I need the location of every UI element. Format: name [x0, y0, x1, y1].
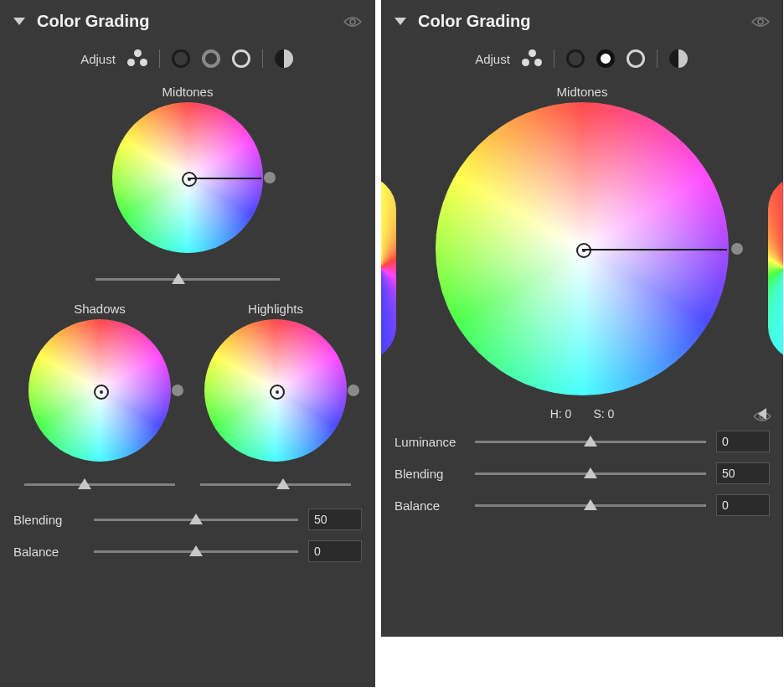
- balance-row: Balance 0: [0, 535, 375, 567]
- balance-value[interactable]: 0: [308, 540, 362, 562]
- svg-point-0: [350, 19, 355, 24]
- blending-slider[interactable]: [475, 466, 706, 481]
- wheel-center-handle-icon[interactable]: [94, 385, 109, 400]
- mode-shadows-icon[interactable]: [170, 48, 192, 70]
- hue-label: H: 0: [550, 407, 572, 421]
- mode-three-way-icon[interactable]: [127, 48, 149, 70]
- blending-label: Blending: [13, 513, 84, 527]
- luminance-value[interactable]: 0: [716, 431, 770, 452]
- midtones-wheel-group: [0, 102, 375, 287]
- color-grading-panel-expanded: Color Grading Adjust Midtones H: 0 S: 0 …: [381, 0, 783, 637]
- mode-highlights-icon[interactable]: [625, 48, 647, 70]
- midtones-luminance-slider[interactable]: [95, 271, 280, 287]
- saturation-label: S: 0: [593, 407, 614, 421]
- highlights-heading: Highlights: [248, 293, 303, 319]
- blending-row: Blending 50: [381, 457, 783, 489]
- midtones-wheel-group: [381, 102, 783, 395]
- midtones-heading: Midtones: [381, 76, 783, 102]
- previous-wheel-peek[interactable]: [381, 176, 396, 360]
- luminance-label: Luminance: [395, 435, 465, 449]
- luminance-slider[interactable]: [475, 434, 706, 449]
- next-wheel-peek[interactable]: [768, 176, 783, 360]
- adjust-label: Adjust: [475, 52, 510, 66]
- mode-midtones-icon[interactable]: [200, 48, 222, 70]
- color-grading-panel-compact: Color Grading Adjust Midtones Shadows: [0, 0, 375, 687]
- mode-highlights-icon[interactable]: [230, 48, 252, 70]
- wheel-saturation-handle[interactable]: [172, 385, 183, 396]
- luminance-row: Luminance 0: [381, 426, 783, 457]
- collapse-icon[interactable]: [395, 18, 406, 25]
- blending-value[interactable]: 50: [308, 509, 362, 530]
- wheel-center-handle-icon[interactable]: [270, 385, 285, 400]
- blending-slider[interactable]: [94, 512, 298, 527]
- blending-row: Blending 50: [0, 503, 375, 535]
- balance-label: Balance: [13, 545, 84, 559]
- mode-midtones-icon[interactable]: [595, 48, 616, 70]
- shadows-wheel-group: Shadows: [12, 293, 188, 492]
- highlights-luminance-slider[interactable]: [200, 477, 351, 492]
- balance-slider[interactable]: [475, 498, 706, 513]
- svg-point-1: [758, 19, 763, 24]
- highlights-wheel-group: Highlights: [188, 293, 364, 492]
- visibility-toggle-icon[interactable]: [343, 16, 362, 28]
- balance-slider[interactable]: [94, 544, 298, 559]
- midtones-color-wheel[interactable]: [112, 102, 263, 253]
- wheel-center-handle-icon[interactable]: [182, 172, 197, 187]
- visibility-toggle-icon[interactable]: [751, 16, 770, 28]
- panel-title: Color Grading: [37, 12, 343, 31]
- collapse-icon[interactable]: [13, 18, 25, 25]
- balance-value[interactable]: 0: [716, 494, 770, 516]
- mode-three-way-icon[interactable]: [522, 48, 544, 70]
- shadows-color-wheel[interactable]: [28, 319, 171, 462]
- mode-global-icon[interactable]: [668, 48, 689, 70]
- wheel-saturation-handle[interactable]: [264, 172, 276, 183]
- panel-title: Color Grading: [418, 12, 751, 31]
- balance-row: Balance 0: [381, 489, 783, 521]
- shadows-luminance-slider[interactable]: [24, 477, 175, 492]
- blending-label: Blending: [395, 467, 465, 481]
- separator: [159, 49, 160, 68]
- wheel-center-handle-icon[interactable]: [576, 243, 591, 258]
- adjust-mode-row: Adjust: [381, 38, 783, 76]
- mode-global-icon[interactable]: [273, 48, 295, 70]
- blending-value[interactable]: 50: [716, 462, 770, 484]
- panel-header: Color Grading: [381, 0, 783, 38]
- midtones-color-wheel[interactable]: [436, 102, 729, 395]
- balance-label: Balance: [395, 498, 465, 513]
- hue-sat-readout: H: 0 S: 0: [381, 395, 783, 426]
- separator: [554, 49, 554, 68]
- adjust-mode-row: Adjust: [0, 38, 375, 76]
- mode-shadows-icon[interactable]: [565, 48, 586, 70]
- midtones-heading: Midtones: [0, 76, 375, 102]
- separator: [262, 49, 263, 68]
- expand-readout-icon[interactable]: [758, 408, 766, 420]
- separator: [657, 49, 658, 68]
- wheel-saturation-handle[interactable]: [348, 385, 359, 396]
- shadows-heading: Shadows: [74, 293, 126, 319]
- adjust-label: Adjust: [80, 52, 116, 66]
- wheel-saturation-handle[interactable]: [731, 243, 743, 255]
- highlights-color-wheel[interactable]: [204, 319, 347, 462]
- panel-header: Color Grading: [0, 0, 375, 38]
